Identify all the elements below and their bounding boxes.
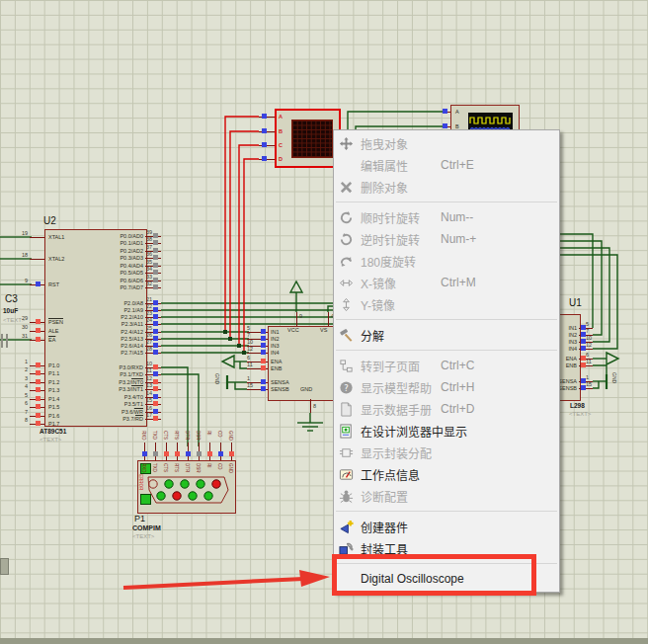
compim-pin-net-label: CTS	[163, 431, 168, 444]
pin-number: 14	[146, 390, 158, 396]
pin-number: 30	[14, 324, 28, 330]
pin-label: P1.1	[48, 370, 59, 376]
menu-item-rotate-180: 180度旋转	[334, 250, 559, 272]
pin-label: IN1	[271, 329, 280, 335]
pin-state-square	[207, 451, 212, 456]
pin-state-square	[36, 421, 40, 426]
pin-number: 17	[146, 412, 158, 418]
pin-number: 19	[14, 230, 28, 236]
pin-label: P3.0/RXD	[77, 364, 143, 370]
pin-label: P2.4/A12	[77, 329, 143, 335]
pin-number: 11	[586, 359, 596, 364]
pin-number: 25	[146, 325, 158, 331]
pin-state-square	[36, 396, 40, 401]
menu-item-delete-object: 删除对象	[334, 176, 559, 198]
menu-shortcut: Ctrl+E	[441, 158, 474, 172]
pin-number: 15	[247, 382, 257, 388]
pin-label: P3.3/INT1	[77, 386, 143, 392]
pin-number: 6	[586, 352, 596, 358]
pin-label: EA	[48, 337, 55, 343]
db9-pin-green	[189, 492, 197, 500]
pin-label: P0.7/AD7	[77, 284, 143, 290]
pin-stub	[328, 312, 329, 326]
pin-number: 5	[14, 392, 28, 398]
pin-number: 12	[586, 342, 596, 348]
pin-stub	[30, 237, 44, 238]
compim-pin-net-label: GND	[228, 431, 233, 444]
pin-number: 16	[146, 405, 158, 411]
pin-state-square	[261, 359, 266, 363]
menu-item-label: 拖曳对象	[361, 135, 408, 152]
pin-stub	[30, 259, 44, 260]
pin-label: P0.4/AD4	[77, 263, 143, 269]
compim-pin-label: DSR	[196, 463, 201, 477]
rotate-180-icon	[338, 253, 355, 269]
menu-item-label: 转到子页面	[361, 358, 420, 374]
pin-number: 10	[247, 339, 257, 345]
pin-number: 35	[146, 259, 158, 265]
compim-pin-net-label: DTR	[185, 431, 190, 444]
pin-state-square	[153, 451, 158, 456]
menu-item-goto-child-sheet: 转到子页面Ctrl+C	[334, 355, 559, 376]
pin-label: P2.6/A14	[77, 343, 143, 349]
pin-number: 9	[299, 313, 302, 319]
pin-label: P2.0/A8	[77, 300, 143, 306]
pin-number: 39	[146, 229, 158, 235]
u1-part-label: L298	[570, 402, 585, 409]
db9-pin-red	[212, 480, 220, 488]
menu-item-decompose[interactable]: 分解	[334, 324, 559, 346]
menu-item-edit-properties: 编辑属性Ctrl+E	[334, 154, 559, 176]
create-part-icon	[338, 519, 355, 534]
datasheet-icon	[338, 401, 355, 417]
pin-number: 24	[146, 317, 158, 323]
pin-number: 9	[14, 278, 28, 283]
pin-state-square	[142, 451, 147, 456]
compim-pin-label: GND	[228, 463, 233, 477]
pin-number: 21	[146, 296, 158, 302]
pin-label: P0.6/AD6	[77, 278, 143, 283]
pin-label: P3.1/TXD	[77, 371, 143, 377]
pin-state-square	[175, 451, 180, 456]
menu-item-operating-point-info[interactable]: 工作点信息	[334, 463, 559, 485]
capacitor-c3[interactable]	[2, 334, 7, 348]
highlight-box	[332, 554, 536, 596]
pin-state-square	[36, 370, 40, 375]
pin-state-square	[36, 337, 40, 342]
menu-item-label: 在设计浏览器中显示	[361, 423, 467, 440]
pin-number: 29	[14, 315, 28, 321]
db9-pin-green	[181, 480, 189, 488]
db9-pin-green	[204, 492, 212, 500]
u2-part-label: AT89C51	[40, 428, 66, 435]
pin-label: IN3	[271, 343, 280, 349]
led-matrix-pin-label: D	[279, 156, 283, 162]
pin-label: P2.7/A15	[77, 350, 143, 356]
package-assign-icon	[338, 444, 355, 460]
menu-item-mirror-y: Y-镜像	[334, 293, 559, 315]
pin-label: P0.0/AD0	[77, 233, 143, 239]
menu-item-label: 逆时针旋转	[361, 231, 420, 248]
pin-number: 27	[146, 339, 158, 345]
menu-item-show-datasheet: 显示数据手册Ctrl+D	[334, 398, 559, 420]
pin-label: PSEN	[48, 319, 63, 325]
menu-item-label: 180度旋转	[361, 253, 416, 270]
pin-number: 5	[247, 325, 257, 331]
menu-item-label: 工作点信息	[361, 466, 420, 483]
pin-number: 15	[586, 381, 596, 387]
menu-item-create-device[interactable]: 创建器件	[334, 516, 559, 537]
pin-number: 10	[146, 361, 158, 366]
pin-state-square	[229, 451, 234, 456]
mirror-y-icon	[338, 296, 355, 312]
pin-number: 26	[146, 332, 158, 338]
pin-number: 2	[14, 366, 28, 372]
rotate-cw-icon	[338, 209, 355, 225]
pin-state-square	[197, 451, 202, 456]
gnd-rail-label-u1: GND	[611, 372, 616, 383]
context-menu: 拖曳对象编辑属性Ctrl+E删除对象顺时针旋转Num--逆时针旋转Num-+18…	[333, 129, 560, 593]
move-icon	[338, 135, 355, 151]
pin-state-square	[36, 413, 40, 418]
pin-number: 5	[586, 321, 596, 327]
menu-item-show-in-design-browser[interactable]: 在设计浏览器中显示	[334, 420, 559, 442]
pin-label: P0.2/AD2	[77, 248, 143, 254]
pin-label: SENSB	[271, 386, 289, 392]
no-icon	[338, 157, 355, 173]
